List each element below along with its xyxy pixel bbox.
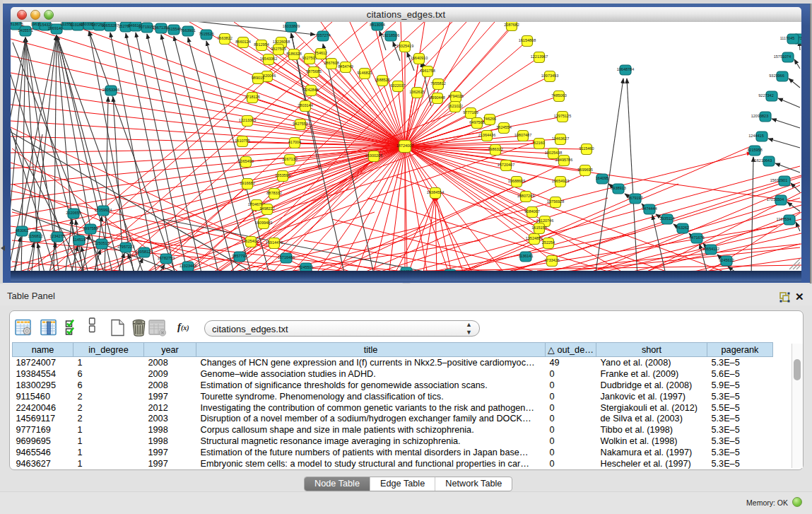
svg-text:9115460: 9115460 <box>579 146 594 151</box>
svg-text:1063521: 1063521 <box>399 269 413 271</box>
svg-text:2087682: 2087682 <box>504 23 519 27</box>
svg-text:1117045: 1117045 <box>780 36 795 40</box>
svg-text:10688609: 10688609 <box>508 179 525 183</box>
svg-text:8990448: 8990448 <box>430 95 445 100</box>
svg-text:1250513: 1250513 <box>94 241 109 245</box>
svg-text:1733426: 1733426 <box>544 258 559 262</box>
svg-text:12975125: 12975125 <box>554 114 571 118</box>
svg-text:754612: 754612 <box>314 51 327 55</box>
svg-text:16640910: 16640910 <box>411 56 428 60</box>
svg-text:9329966: 9329966 <box>769 74 784 78</box>
svg-text:252254: 252254 <box>542 240 555 245</box>
svg-text:1065493: 1065493 <box>238 159 253 163</box>
svg-text:9146821: 9146821 <box>357 71 372 75</box>
svg-text:1244415: 1244415 <box>748 134 763 138</box>
svg-text:7663901: 7663901 <box>180 28 195 33</box>
svg-text:8938913: 8938913 <box>611 186 625 190</box>
svg-text:12213967: 12213967 <box>531 54 548 59</box>
svg-text:7955812: 7955812 <box>430 81 445 86</box>
svg-text:16154808: 16154808 <box>519 38 536 42</box>
svg-text:15300205: 15300205 <box>365 153 382 158</box>
svg-text:9327505: 9327505 <box>271 47 286 51</box>
svg-text:12093823: 12093823 <box>751 114 768 118</box>
svg-text:10648784: 10648784 <box>617 67 634 71</box>
svg-text:9245501: 9245501 <box>298 265 313 269</box>
svg-text:9242848: 9242848 <box>303 88 318 92</box>
svg-text:13524851: 13524851 <box>526 236 543 240</box>
svg-text:19218506: 19218506 <box>382 33 399 37</box>
svg-text:7485063: 7485063 <box>551 93 566 98</box>
svg-text:1167534: 1167534 <box>776 217 791 221</box>
svg-text:7625402: 7625402 <box>243 239 258 243</box>
svg-text:16120746: 16120746 <box>536 218 553 223</box>
svg-text:6322037: 6322037 <box>390 83 405 88</box>
svg-text:17359924: 17359924 <box>95 208 112 212</box>
svg-text:1916682: 1916682 <box>240 181 254 185</box>
svg-text:9997588: 9997588 <box>83 226 98 230</box>
svg-text:9227342: 9227342 <box>758 93 773 98</box>
svg-text:13226058: 13226058 <box>273 40 290 44</box>
svg-text:3624554: 3624554 <box>496 125 511 129</box>
svg-text:7663822: 7663822 <box>217 36 232 40</box>
svg-text:10973493: 10973493 <box>541 74 558 78</box>
svg-text:8186328: 8186328 <box>286 52 301 56</box>
svg-text:3267130: 3267130 <box>282 157 297 161</box>
svg-text:8813675: 8813675 <box>11 22 23 26</box>
svg-text:12323448: 12323448 <box>180 264 196 268</box>
svg-text:1610755: 1610755 <box>235 139 249 143</box>
svg-text:3215958: 3215958 <box>747 148 762 152</box>
svg-text:8454749: 8454749 <box>338 64 353 69</box>
svg-text:8471676: 8471676 <box>689 235 704 240</box>
svg-text:62160: 62160 <box>534 141 544 145</box>
svg-text:1156812: 1156812 <box>28 234 42 238</box>
svg-text:2935114: 2935114 <box>659 216 674 221</box>
svg-text:7515526: 7515526 <box>199 32 213 36</box>
svg-text:2803144: 2803144 <box>298 103 312 107</box>
svg-text:15716485: 15716485 <box>278 255 295 259</box>
svg-text:8813054: 8813054 <box>370 23 384 27</box>
svg-text:17016504: 17016504 <box>767 197 784 201</box>
svg-text:19384554: 19384554 <box>427 190 444 194</box>
svg-text:18807249: 18807249 <box>517 194 534 198</box>
svg-text:8912954: 8912954 <box>254 42 269 47</box>
svg-text:746266: 746266 <box>483 117 496 121</box>
svg-text:15751074: 15751074 <box>774 54 791 59</box>
svg-text:10025438: 10025438 <box>545 151 562 155</box>
svg-text:1498222: 1498222 <box>259 206 274 211</box>
svg-text:9474444: 9474444 <box>642 206 657 211</box>
svg-text:114519: 114519 <box>73 238 86 242</box>
svg-text:16210643: 16210643 <box>755 158 772 163</box>
svg-text:7986322: 7986322 <box>488 147 502 151</box>
svg-text:6961758: 6961758 <box>420 69 435 73</box>
svg-text:15720407: 15720407 <box>498 163 514 167</box>
svg-text:8878332: 8878332 <box>266 191 281 195</box>
svg-text:10807487: 10807487 <box>514 133 531 137</box>
svg-text:8660124: 8660124 <box>235 40 250 44</box>
svg-text:9084067: 9084067 <box>524 209 539 214</box>
svg-text:6794028: 6794028 <box>448 94 463 98</box>
svg-text:7515546: 7515546 <box>166 27 181 31</box>
svg-text:9245612: 9245612 <box>719 258 734 262</box>
svg-text:6679197: 6679197 <box>628 196 642 200</box>
svg-text:7357274: 7357274 <box>315 33 330 37</box>
svg-text:10653287: 10653287 <box>102 23 119 28</box>
svg-text:1615152: 1615152 <box>531 226 546 230</box>
svg-text:989015: 989015 <box>252 76 264 80</box>
svg-text:16914479: 16914479 <box>266 240 283 245</box>
svg-text:2718126: 2718126 <box>245 95 259 99</box>
svg-text:164095: 164095 <box>596 176 608 180</box>
svg-text:1588520: 1588520 <box>375 78 389 82</box>
svg-text:1234275: 1234275 <box>49 234 64 238</box>
svg-text:13325419: 13325419 <box>396 44 413 48</box>
svg-text:10756928: 10756928 <box>547 199 564 204</box>
svg-text:763262: 763262 <box>676 226 689 230</box>
svg-text:9777169: 9777169 <box>463 110 478 115</box>
svg-text:16033809: 16033809 <box>283 24 300 28</box>
svg-text:16543362: 16543362 <box>260 57 277 61</box>
svg-text:15692901: 15692901 <box>770 178 787 182</box>
svg-text:5875685: 5875685 <box>306 69 321 74</box>
svg-text:1136141: 1136141 <box>518 254 533 258</box>
svg-text:417004: 417004 <box>288 140 301 144</box>
svg-text:19654923: 19654923 <box>552 179 569 183</box>
svg-text:483061: 483061 <box>16 228 28 233</box>
